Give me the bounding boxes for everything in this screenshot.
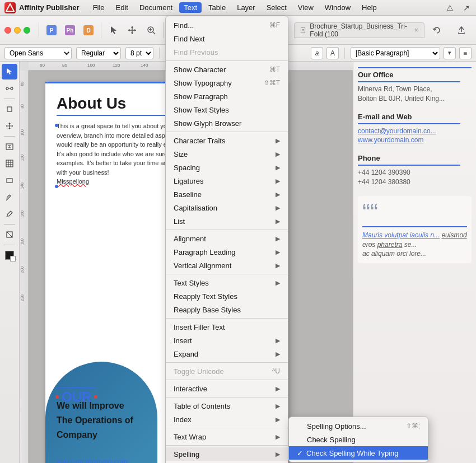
menu-reapply-text-styles[interactable]: Reapply Text Styles [166, 289, 288, 303]
menu-expand[interactable]: Expand ▶ [166, 347, 288, 361]
menu-alignment[interactable]: Alignment ▶ [166, 232, 288, 245]
tool-table-tool[interactable] [2, 156, 17, 171]
menu-insert[interactable]: Insert ▶ [166, 334, 288, 347]
menu-show-character[interactable]: Show Character ⌘T [166, 63, 288, 76]
tool-select[interactable] [2, 64, 17, 79]
svg-point-23 [6, 87, 8, 90]
dropdown-overlay: Find... ⌘F Find Next Find Previous Show … [165, 16, 456, 463]
tool-text-frame[interactable] [2, 139, 17, 155]
svg-line-8 [153, 32, 155, 34]
taglines: We will Improve The Operations of Compan… [57, 396, 133, 440]
spelling-submenu: Spelling Options... ⇧⌘; Check Spelling ✓… [288, 417, 428, 462]
menu-sep-9 [166, 428, 288, 428]
maximize-button[interactable] [24, 27, 30, 34]
tool-eyedropper[interactable] [2, 206, 17, 222]
tool-move[interactable] [2, 118, 17, 134]
tool-pointer[interactable] [105, 20, 122, 40]
menu-sep-1 [166, 60, 288, 61]
menu-vertical-alignment[interactable]: Vertical Alignment ▶ [166, 259, 288, 272]
paragraph-options[interactable]: ≡ [459, 47, 472, 59]
menu-table[interactable]: Table [204, 2, 230, 13]
menu-layer[interactable]: Layer [232, 2, 260, 13]
menu-show-paragraph[interactable]: Show Paragraph [166, 90, 288, 103]
menu-list[interactable]: List ▶ [166, 214, 288, 228]
menu-sep-6 [166, 362, 288, 363]
tool-shape-rect[interactable] [2, 172, 17, 188]
window-controls [4, 27, 30, 34]
tool-pan[interactable] [124, 20, 140, 40]
submenu-check-spelling[interactable]: Check Spelling [289, 433, 428, 446]
font-style-select[interactable]: Regular [76, 47, 121, 59]
menu-select[interactable]: Select [262, 2, 291, 13]
menu-interactive[interactable]: Interactive ▶ [166, 382, 288, 395]
tool-persona-publisher[interactable]: P [43, 20, 59, 40]
menu-text-styles[interactable]: Text Styles ▶ [166, 276, 288, 289]
ruler-vertical: 60 80 100 120 140 160 180 200 220 [20, 71, 29, 463]
tool-crop[interactable] [2, 101, 17, 117]
menu-view[interactable]: View [293, 2, 318, 13]
menu-sep-4 [166, 274, 288, 274]
menu-index[interactable]: Index ▶ [166, 413, 288, 426]
misspelled-word: Misspellong [57, 178, 89, 185]
menu-capitalisation[interactable]: Capitalisation ▶ [166, 201, 288, 214]
menu-items: File Edit Document Text Table Layer Sele… [88, 2, 381, 13]
svg-text:Ph: Ph [67, 27, 74, 34]
svg-rect-28 [6, 160, 13, 167]
menu-help[interactable]: Help [357, 2, 381, 13]
menu-character-traits[interactable]: Character Traits ▶ [166, 134, 288, 147]
svg-rect-33 [7, 179, 12, 183]
menu-spacing[interactable]: Spacing ▶ [166, 161, 288, 174]
menu-text[interactable]: Text [179, 2, 202, 13]
menu-text-wrap[interactable]: Text Wrap ▶ [166, 430, 288, 443]
menu-spelling[interactable]: Spelling ▶ [166, 447, 288, 461]
menu-find[interactable]: Find... ⌘F [166, 18, 288, 32]
menu-edit[interactable]: Edit [111, 2, 133, 13]
font-size-select[interactable]: 8 pt [125, 47, 153, 59]
menu-size[interactable]: Size ▶ [166, 147, 288, 161]
menu-ligatures[interactable]: Ligatures ▶ [166, 174, 288, 188]
tool-node[interactable] [2, 81, 17, 96]
menu-file[interactable]: File [88, 2, 109, 13]
color-fill-swatch[interactable] [2, 247, 17, 263]
menu-toggle-unicode: Toggle Unicode ^U [166, 364, 288, 378]
menu-show-glyph-browser[interactable]: Show Glyph Browser [166, 116, 288, 130]
text-handle-top [55, 124, 58, 127]
menu-insert-filler[interactable]: Insert Filler Text [166, 320, 288, 334]
submenu-spelling-options[interactable]: Spelling Options... ⇧⌘; [289, 419, 428, 433]
menu-find-next[interactable]: Find Next [166, 32, 288, 45]
menu-show-text-styles[interactable]: Show Text Styles [166, 103, 288, 116]
ruler-corner [20, 62, 29, 71]
tool-pen-draw[interactable] [2, 189, 17, 205]
menu-sep-10 [166, 445, 288, 446]
svg-rect-26 [7, 107, 12, 111]
minimize-button[interactable] [14, 27, 21, 34]
menu-document[interactable]: Document [135, 2, 177, 13]
submenu-check-spelling-typing[interactable]: ✓ Check Spelling While Typing [289, 446, 428, 460]
tool-transparency[interactable] [2, 227, 17, 242]
menu-reapply-base-styles[interactable]: Reapply Base Styles [166, 303, 288, 316]
tool-sep-3 [4, 224, 15, 225]
tagline-1: We will Improve [57, 401, 133, 411]
menu-show-special-chars[interactable]: Show Special Characters [166, 461, 288, 463]
tool-persona-photo[interactable]: Ph [62, 20, 78, 40]
text-handle-bottom [55, 185, 58, 188]
text-dropdown-menu: Find... ⌘F Find Next Find Previous Show … [165, 16, 288, 463]
menu-sep-7 [166, 380, 288, 380]
svg-point-24 [11, 87, 13, 90]
font-family-select[interactable]: Open Sans [4, 47, 72, 59]
tool-sep-4 [4, 245, 15, 245]
page-website: www.yourdomain.com [57, 457, 128, 463]
tool-persona-designer[interactable]: D [81, 20, 97, 40]
tool-zoom[interactable] [143, 20, 159, 40]
menu-sep-8 [166, 397, 288, 397]
close-button[interactable] [4, 27, 11, 34]
menu-paragraph-leading[interactable]: Paragraph Leading ▶ [166, 245, 288, 259]
menu-find-previous: Find Previous [166, 45, 288, 59]
toolbar-sep-2 [101, 22, 101, 38]
svg-text:D: D [87, 27, 91, 34]
menu-sep-2 [166, 132, 288, 132]
menu-show-typography[interactable]: Show Typography ⇧⌘T [166, 76, 288, 90]
menu-toc[interactable]: Table of Contents ▶ [166, 399, 288, 413]
menu-window[interactable]: Window [320, 2, 355, 13]
menu-baseline[interactable]: Baseline ▶ [166, 188, 288, 201]
